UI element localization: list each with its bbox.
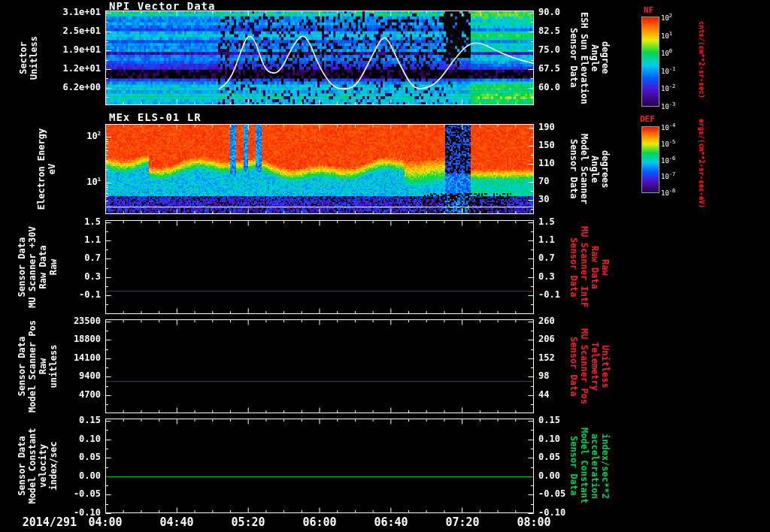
- colorbar-tick-label: 102: [661, 13, 672, 22]
- y-tick-label: 102: [54, 131, 101, 141]
- y-axis-label: Sensor DataModel Constantvelocityindex/s…: [17, 419, 59, 513]
- y2-tick-label: 0.15: [538, 415, 560, 425]
- colorbar-def-units: ergs/(cm**2-sr-sec-eV): [698, 116, 705, 210]
- y-axis-label: Electron EnergyeV: [36, 124, 57, 214]
- y2-tick-label: 1.5: [538, 216, 555, 227]
- y2-axis-label: Sensor DataModel ScannerAngledegrees: [568, 124, 611, 214]
- y2-tick-label: 0.05: [538, 452, 560, 462]
- y-tick-label: 0.3: [54, 271, 101, 282]
- y-tick-label: 4700: [54, 389, 101, 400]
- y2-tick-label: 67.5: [538, 63, 560, 74]
- panel2-title: MEx ELS-01 LR: [109, 111, 202, 123]
- y2-tick-label: 44: [538, 389, 549, 400]
- y-axis-label: Sensor DataModel Scanner PosRawunitless: [17, 319, 59, 413]
- y2-tick-label: 0.00: [538, 470, 560, 481]
- y-tick-label: 101: [54, 177, 101, 187]
- y2-tick-label: 82.5: [538, 26, 560, 36]
- colorbar-def-title: DEF: [640, 114, 655, 124]
- colorbar-nf-title: NF: [644, 5, 653, 15]
- y2-tick-label: 90.0: [538, 7, 560, 17]
- y2-tick-label: 60.0: [538, 82, 560, 92]
- y2-tick-label: 190: [538, 122, 555, 132]
- colorbar-tick-label: 10-3: [661, 101, 675, 110]
- y-axis-label: Sensor DataMU Scanner +30VRaw DataRaw: [17, 220, 59, 314]
- y-tick-label: 0.7: [54, 252, 101, 263]
- y-axis-label: SectorUnitless: [18, 11, 39, 105]
- colorbar-def: [641, 126, 659, 193]
- x-tick-label: 04:40: [150, 515, 203, 529]
- colorbar-tick-label: 100: [661, 48, 672, 57]
- y2-tick-label: 98: [538, 370, 549, 381]
- colorbar-tick-label: 10-5: [661, 139, 675, 148]
- y-tick-label: 23500: [54, 316, 101, 326]
- y-tick-label: 0.10: [54, 434, 101, 444]
- y-tick-label: 14100: [54, 352, 101, 363]
- y-tick-label: 9400: [54, 370, 101, 381]
- y-tick-label: 0.15: [54, 415, 101, 425]
- y-tick-label: 18800: [54, 334, 101, 344]
- cdaweb-multipanel-plot: NPI Vector Data MEx ELS-01 LR NF DEF cnt…: [0, 0, 770, 532]
- panel1-title: NPI Vector Data: [109, 0, 215, 12]
- y2-tick-label: 0.10: [538, 434, 560, 444]
- y2-tick-label: 152: [538, 352, 555, 363]
- y-tick-label: 1.9e+01: [54, 44, 101, 55]
- colorbar-nf-units: cnts/(cm**2-sr-sec): [698, 9, 705, 110]
- y2-tick-label: 206: [538, 334, 555, 344]
- y2-tick-label: 0.3: [538, 271, 555, 282]
- x-tick-label: 06:00: [293, 515, 346, 529]
- y-tick-label: 2.5e+01: [54, 26, 101, 36]
- y-tick-label: 1.1: [54, 234, 101, 245]
- colorbar-tick-label: 10-1: [661, 66, 675, 75]
- y2-tick-label: 150: [538, 140, 555, 150]
- y2-tick-label: -0.1: [538, 289, 560, 300]
- y-tick-label: 1.2e+01: [54, 63, 101, 74]
- y2-tick-label: 30: [538, 194, 549, 204]
- y2-axis-label: Sensor DataModel Constantaccelerationind…: [568, 419, 611, 513]
- y2-tick-label: 0.7: [538, 252, 555, 263]
- y-tick-label: 1.5: [54, 216, 101, 227]
- colorbar-tick-label: 10-7: [661, 171, 675, 180]
- x-tick-label: 06:40: [365, 515, 417, 529]
- y-tick-label: -0.05: [54, 488, 101, 499]
- y2-axis-label: Sensor DataMU Scanner PosTelemetryUnitle…: [568, 319, 611, 413]
- y2-tick-label: 75.0: [538, 44, 560, 55]
- y2-tick-label: 110: [538, 158, 555, 168]
- colorbar-tick-label: 10-4: [661, 122, 675, 131]
- y-tick-label: 6.2e+00: [54, 82, 101, 92]
- y2-tick-label: 70: [538, 176, 549, 186]
- y2-axis-label: Sensor DataMU Scanner IntFRaw DataRaw: [568, 220, 611, 314]
- x-tick-label: 08:00: [508, 515, 560, 529]
- y-tick-label: -0.1: [54, 289, 101, 300]
- y2-axis-label: Sensor DataESH Sun ElevationAngledegree: [568, 11, 611, 105]
- colorbar-tick-label: 10-2: [661, 83, 675, 92]
- y-tick-label: 0.05: [54, 452, 101, 462]
- colorbar-tick-label: 10-8: [661, 188, 675, 197]
- x-tick-label: 05:20: [222, 515, 274, 529]
- y2-tick-label: 260: [538, 316, 555, 326]
- colorbar-tick-label: 10-6: [661, 156, 675, 165]
- y2-tick-label: -0.05: [538, 488, 565, 499]
- x-tick-label: 07:20: [436, 515, 489, 529]
- colorbar-nf: [641, 17, 659, 107]
- y-tick-label: 0.00: [54, 470, 101, 481]
- x-tick-label: 04:00: [79, 515, 132, 529]
- y-tick-label: 3.1e+01: [54, 7, 101, 17]
- y2-tick-label: 1.1: [538, 234, 555, 245]
- colorbar-tick-label: 101: [661, 31, 672, 40]
